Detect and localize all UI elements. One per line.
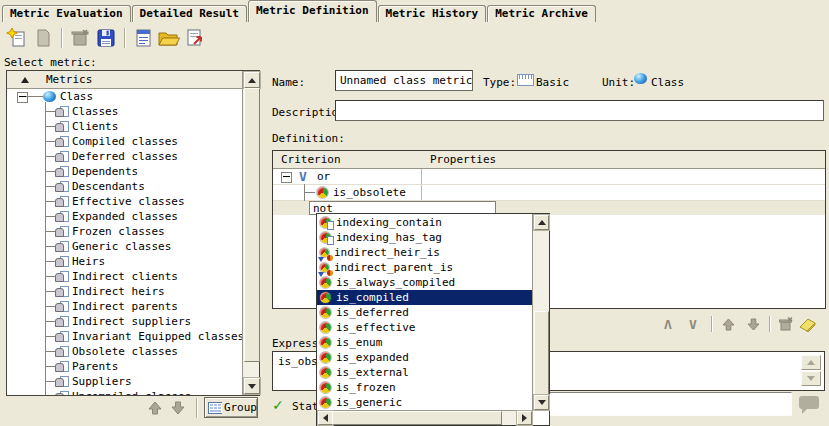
copy-metric-button bbox=[30, 25, 56, 51]
criterion-option-label: indirect_heir_is bbox=[334, 246, 440, 259]
tab-metric-definition[interactable]: Metric Definition bbox=[248, 0, 377, 22]
tree-vertical-scrollbar[interactable] bbox=[242, 71, 259, 395]
tab-metric-history[interactable]: Metric History bbox=[378, 5, 487, 22]
metrics-tree-header[interactable]: Metrics bbox=[7, 71, 243, 89]
collapse-icon[interactable] bbox=[17, 92, 28, 103]
metric-item-label: Compiled classes bbox=[72, 135, 178, 148]
scroll-down-button[interactable] bbox=[244, 378, 260, 394]
save-metric-button[interactable] bbox=[93, 25, 119, 51]
metric-item-label: Parents bbox=[72, 360, 118, 373]
criterion-option-is_expanded[interactable]: is_expanded bbox=[317, 350, 533, 365]
criterion-option-label: indexing_contain bbox=[336, 216, 442, 229]
metric-item-label: Obsolete classes bbox=[72, 345, 178, 358]
export-metrics-button[interactable] bbox=[182, 25, 208, 51]
pie-page-icon bbox=[320, 232, 331, 243]
tree-footer: Group bbox=[0, 396, 262, 422]
metric-item-deferred-classes[interactable]: Deferred classes bbox=[7, 149, 243, 164]
metric-item-compiled-classes[interactable]: Compiled classes bbox=[7, 134, 243, 149]
metric-item-label: Indirect heirs bbox=[72, 285, 165, 298]
metric-item-label: Uncompiled classes bbox=[72, 390, 191, 395]
metric-item-heirs[interactable]: Heirs bbox=[7, 254, 243, 269]
locked-metric-icon bbox=[55, 136, 69, 147]
clear-definition-button[interactable] bbox=[798, 314, 816, 334]
new-metric-button[interactable] bbox=[4, 25, 30, 51]
and-criterion-button: Λ bbox=[659, 314, 677, 334]
locked-metric-icon bbox=[55, 361, 69, 372]
criterion-row-or[interactable]: V or bbox=[273, 169, 825, 185]
metric-item-indirect-clients[interactable]: Indirect clients bbox=[7, 269, 243, 284]
locked-metric-icon bbox=[55, 121, 69, 132]
tree-line bbox=[45, 276, 55, 277]
tree-root-class[interactable]: Class bbox=[7, 89, 243, 104]
metric-item-effective-classes[interactable]: Effective classes bbox=[7, 194, 243, 209]
pie-icon bbox=[320, 337, 331, 348]
metric-item-generic-classes[interactable]: Generic classes bbox=[7, 239, 243, 254]
metric-item-indirect-parents[interactable]: Indirect parents bbox=[7, 299, 243, 314]
metric-item-classes[interactable]: Classes bbox=[7, 104, 243, 119]
description-input[interactable] bbox=[335, 100, 824, 121]
criterion-option-is_frozen[interactable]: is_frozen bbox=[317, 380, 533, 395]
scroll-thumb[interactable] bbox=[534, 311, 549, 395]
metric-toolbar bbox=[4, 25, 208, 51]
criterion-option-is_effective[interactable]: is_effective bbox=[317, 320, 533, 335]
type-label: Type: bbox=[483, 76, 516, 89]
tree-line bbox=[26, 96, 43, 97]
metric-item-expanded-classes[interactable]: Expanded classes bbox=[7, 209, 243, 224]
type-value: Basic bbox=[536, 76, 569, 89]
tree-line bbox=[45, 156, 55, 157]
dropdown-vertical-scrollbar[interactable] bbox=[532, 214, 549, 411]
criterion-option-is_generic[interactable]: is_generic bbox=[317, 395, 533, 410]
criterion-option-is_deferred[interactable]: is_deferred bbox=[317, 305, 533, 320]
import-metrics-button[interactable] bbox=[130, 25, 156, 51]
scroll-thumb[interactable] bbox=[332, 411, 502, 425]
locked-metric-icon bbox=[55, 301, 69, 312]
metric-item-suppliers[interactable]: Suppliers bbox=[7, 374, 243, 389]
name-input[interactable]: Unnamed class metric#3 bbox=[335, 70, 473, 91]
metric-item-parents[interactable]: Parents bbox=[7, 359, 243, 374]
basic-type-icon bbox=[517, 74, 534, 86]
tree-line bbox=[45, 306, 55, 307]
group-toggle-button[interactable]: Group bbox=[204, 397, 258, 418]
criterion-option-is_enum[interactable]: is_enum bbox=[317, 335, 533, 350]
tab-metric-evaluation[interactable]: Metric Evaluation bbox=[2, 5, 131, 22]
criterion-option-indexing_contain[interactable]: indexing_contain bbox=[317, 215, 533, 230]
tab-detailed-result[interactable]: Detailed Result bbox=[132, 5, 247, 22]
criterion-option-is_external[interactable]: is_external bbox=[317, 365, 533, 380]
locked-metric-icon bbox=[55, 151, 69, 162]
scroll-left-button[interactable] bbox=[318, 411, 333, 425]
criterion-column-header[interactable]: Criterion bbox=[281, 153, 341, 166]
metric-item-clients[interactable]: Clients bbox=[7, 119, 243, 134]
dropdown-horizontal-scrollbar[interactable] bbox=[317, 410, 533, 425]
scroll-down-button[interactable] bbox=[534, 395, 549, 410]
criterion-option-indexing_has_tag[interactable]: indexing_has_tag bbox=[317, 230, 533, 245]
metric-item-uncompiled-classes[interactable]: Uncompiled classes bbox=[7, 389, 243, 395]
locked-metric-icon bbox=[55, 211, 69, 222]
criterion-option-indirect_parent_is[interactable]: indirect_parent_is bbox=[317, 260, 533, 275]
scroll-up-button[interactable] bbox=[534, 215, 549, 230]
metric-item-obsolete-classes[interactable]: Obsolete classes bbox=[7, 344, 243, 359]
collapse-icon[interactable] bbox=[281, 172, 292, 183]
criterion-option-indirect_heir_is[interactable]: indirect_heir_is bbox=[317, 245, 533, 260]
scroll-up-button[interactable] bbox=[244, 72, 260, 88]
metric-item-descendants[interactable]: Descendants bbox=[7, 179, 243, 194]
expression-scroll-up-button bbox=[801, 355, 821, 370]
tree-line bbox=[45, 216, 55, 217]
tab-metric-archive[interactable]: Metric Archive bbox=[487, 5, 596, 22]
tree-line bbox=[304, 192, 315, 193]
tree-line bbox=[45, 111, 55, 112]
scroll-right-button[interactable] bbox=[517, 411, 532, 425]
pie-icon bbox=[320, 367, 331, 378]
class-unit-icon bbox=[43, 91, 56, 102]
grid-header: Criterion Properties bbox=[273, 151, 825, 169]
pie-icon bbox=[320, 322, 331, 333]
select-metric-label: Select metric: bbox=[4, 56, 97, 69]
metric-item-dependents[interactable]: Dependents bbox=[7, 164, 243, 179]
metric-item-frozen-classes[interactable]: Frozen classes bbox=[7, 224, 243, 239]
criterion-row-is-obsolete[interactable]: is_obsolete bbox=[273, 185, 825, 201]
criterion-option-is_compiled[interactable]: is_compiled bbox=[317, 290, 533, 305]
properties-column-header[interactable]: Properties bbox=[430, 153, 496, 166]
criterion-option-is_always_compiled[interactable]: is_always_compiled bbox=[317, 275, 533, 290]
pie-icon bbox=[320, 352, 331, 363]
open-metric-file-button[interactable] bbox=[156, 25, 182, 51]
metric-item-indirect-heirs[interactable]: Indirect heirs bbox=[7, 284, 243, 299]
